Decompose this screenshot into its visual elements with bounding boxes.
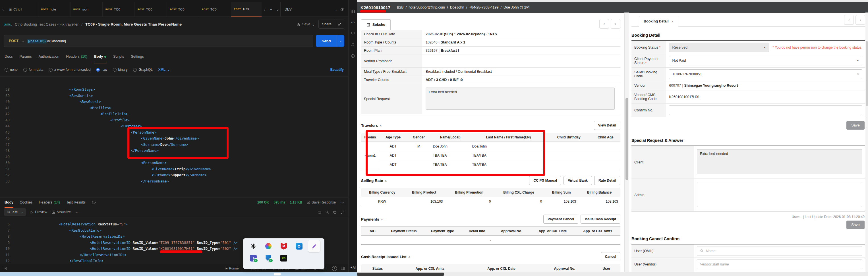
breadcrumb-request-name[interactable]: TC09 - Single Room, More Guests Than Per… bbox=[85, 22, 182, 26]
info-icon[interactable] bbox=[351, 54, 355, 58]
save-response-button[interactable]: Save Response bbox=[307, 201, 336, 204]
status-icon[interactable] bbox=[3, 267, 7, 270]
environment-selector[interactable]: DEV ⌄ bbox=[280, 2, 348, 17]
chevron-down-icon[interactable]: ⌄ bbox=[75, 210, 78, 214]
send-button[interactable]: Send ⌄ bbox=[316, 35, 344, 47]
url-input[interactable]: {{baseUrl}} /v1/booking bbox=[27, 39, 66, 43]
confirm-no-input[interactable] bbox=[669, 105, 862, 115]
seller-booking-code-input[interactable]: TC09-1767838851 × bbox=[669, 69, 862, 79]
clear-icon[interactable]: × bbox=[857, 72, 859, 76]
visualize-button[interactable]: Visualize bbox=[52, 210, 71, 214]
beautify-button[interactable]: Beautify bbox=[330, 68, 344, 72]
help-icon[interactable]: ? bbox=[332, 266, 337, 271]
starburst-tray-icon[interactable] bbox=[250, 242, 257, 250]
collapse-icon[interactable]: ∧ bbox=[381, 218, 383, 221]
panel-layout-icon[interactable] bbox=[341, 267, 345, 270]
environment-quicklook-icon[interactable] bbox=[340, 7, 344, 11]
view-detail-button[interactable]: View Detail bbox=[594, 121, 620, 130]
runner-button[interactable]: ▶ Runner bbox=[226, 267, 240, 270]
window-tab[interactable]: POSTTC0 bbox=[103, 2, 135, 17]
table-grid-icon[interactable] bbox=[351, 10, 355, 13]
send-options-icon[interactable]: ⌄ bbox=[337, 35, 344, 47]
next-room-button[interactable]: › bbox=[611, 19, 620, 29]
window-tab[interactable]: POSTTC0 bbox=[135, 2, 167, 17]
method-selector[interactable]: POST bbox=[4, 39, 22, 43]
special-request-textarea[interactable]: Extra bed needed bbox=[426, 88, 615, 110]
tabs-scroll-left-icon[interactable]: ‹ bbox=[0, 2, 6, 17]
scrollbar-thumb[interactable] bbox=[357, 273, 444, 276]
chevron-down-icon[interactable]: ⌄ bbox=[22, 39, 24, 43]
code-icon[interactable]: </> bbox=[351, 21, 354, 24]
admin-answer-textarea[interactable] bbox=[697, 182, 862, 207]
body-type-radio-binary[interactable]: binary bbox=[113, 68, 128, 72]
rate-detail-button[interactable]: Rate Detail bbox=[594, 176, 620, 185]
tab-body[interactable]: Body bbox=[94, 50, 106, 63]
sync-arrows-icon[interactable] bbox=[351, 43, 355, 47]
microsoft-365-copilot-tray-icon[interactable] bbox=[265, 242, 272, 250]
payments-section-title[interactable]: Payments bbox=[361, 217, 379, 221]
breadcrumb-collection[interactable]: Ctrip Booking Test Cases - Fix traveller bbox=[15, 22, 79, 26]
nvidia-tray-icon[interactable] bbox=[280, 254, 287, 262]
request-body-editor[interactable]: 38</RoomStays>39<ResGuests>40<ResGuest>4… bbox=[0, 76, 348, 197]
share-button[interactable]: Share bbox=[318, 20, 344, 29]
tab-headers[interactable]: Headers(14) bbox=[39, 197, 60, 208]
tab-headers[interactable]: Headers(10) bbox=[66, 50, 87, 63]
body-type-radio-GraphQL[interactable]: GraphQL bbox=[133, 68, 152, 72]
client-request-textarea[interactable]: Extra bed needed bbox=[697, 149, 862, 174]
tab-booking-detail[interactable]: Booking Detail × bbox=[639, 16, 678, 27]
copy-link-icon[interactable] bbox=[338, 23, 341, 26]
search-icon[interactable] bbox=[325, 210, 329, 214]
support-email-link[interactable]: hotelSupport@trip.com bbox=[408, 5, 445, 9]
tab-body[interactable]: Body bbox=[5, 197, 13, 208]
booking-status-select[interactable]: Reserved ▼ bbox=[669, 43, 769, 52]
tab-cookies[interactable]: Cookies bbox=[20, 197, 32, 208]
body-type-radio-x-www-form-urlencoded[interactable]: x-www-form-urlencoded bbox=[49, 68, 90, 72]
window-tab[interactable]: POSTTC0 bbox=[231, 2, 262, 17]
outlook-tray-icon[interactable]: O bbox=[296, 242, 303, 250]
expand-icon[interactable] bbox=[341, 210, 344, 214]
body-language-selector[interactable]: XML ⌄ bbox=[158, 68, 170, 72]
wrap-text-icon[interactable] bbox=[317, 210, 321, 214]
prev-room-button[interactable]: ‹ bbox=[599, 19, 609, 29]
save-button[interactable]: Save ⌄ bbox=[297, 22, 315, 26]
cancel-button[interactable]: Cancel bbox=[601, 252, 620, 261]
feather-pen-tray-icon[interactable] bbox=[308, 240, 320, 252]
panel-prev-button[interactable]: ‹ bbox=[844, 15, 854, 25]
save-button[interactable]: Save bbox=[846, 221, 865, 229]
selling-rate-section-title[interactable]: Selling Rate bbox=[361, 179, 383, 183]
save-options-icon[interactable]: ⌄ bbox=[312, 22, 315, 26]
comment-icon[interactable] bbox=[351, 31, 355, 35]
travelers-section-title[interactable]: Travelers bbox=[361, 123, 378, 128]
tab-test-results[interactable]: Test Results bbox=[66, 197, 86, 208]
window-tab[interactable]: POSTroon bbox=[70, 2, 103, 17]
phone-link[interactable]: +84-28-7308-4199 bbox=[469, 5, 498, 9]
collapse-icon[interactable]: ∧ bbox=[385, 179, 387, 182]
cc-pg-manual-button[interactable]: CC PG Manual bbox=[529, 176, 561, 185]
tab-authorization[interactable]: Authorization bbox=[39, 50, 59, 63]
collapse-icon[interactable]: ∧ bbox=[379, 124, 381, 127]
payment-cancel-button[interactable]: Payment Cancel bbox=[543, 215, 578, 224]
collapse-icon[interactable]: ∧ bbox=[408, 255, 410, 258]
cash-receipt-section-title[interactable]: Cash Receipt Issued List bbox=[361, 255, 407, 259]
user-omh-input[interactable]: Name bbox=[697, 246, 862, 256]
horizontal-scrollbar[interactable] bbox=[357, 272, 868, 276]
response-language-selector[interactable]: </> XML ⌄ bbox=[4, 208, 26, 216]
tabs-scroll-right-icon[interactable]: › bbox=[261, 2, 268, 17]
guest-name-link[interactable]: DoeJohn bbox=[450, 5, 464, 9]
tab-params[interactable]: Params bbox=[19, 50, 32, 63]
panel-next-button[interactable]: › bbox=[856, 15, 865, 25]
body-type-radio-form-data[interactable]: form-data bbox=[23, 68, 43, 72]
close-icon[interactable]: × bbox=[672, 19, 674, 24]
body-type-radio-none[interactable]: none bbox=[5, 68, 18, 72]
history-clock-icon[interactable] bbox=[92, 201, 96, 204]
panel-scrollbar[interactable] bbox=[865, 12, 868, 272]
copy-icon[interactable] bbox=[333, 210, 337, 214]
body-type-radio-raw[interactable]: raw bbox=[96, 68, 107, 72]
teams-tray-icon[interactable]: T ✓ bbox=[250, 254, 257, 262]
tab-settings[interactable]: Settings bbox=[131, 50, 144, 63]
postbot-ai-icon[interactable]: ✦AI bbox=[350, 266, 356, 270]
client-payment-status-select[interactable]: Not Paid ▼ bbox=[669, 56, 862, 65]
window-tab[interactable]: POSTTC0 bbox=[167, 2, 199, 17]
user-vendor-input[interactable]: Vendor staff name bbox=[697, 259, 862, 269]
save-button[interactable]: Save bbox=[846, 121, 865, 130]
